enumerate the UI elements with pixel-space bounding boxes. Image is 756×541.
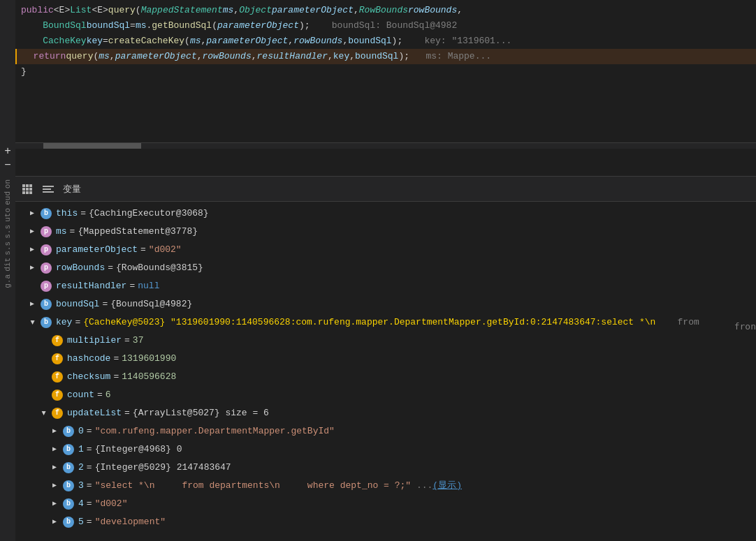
badge-ul0: b xyxy=(63,426,74,437)
sidebar-label-ss2: s.s xyxy=(3,242,12,255)
badge-ul4: b xyxy=(63,498,74,510)
list-view-icon[interactable] xyxy=(42,184,54,194)
code-line-4: return query ( ms , parameterObject , ro… xyxy=(15,49,756,64)
badge-key: b xyxy=(41,317,52,328)
expand-arrow-ms[interactable]: ▶ xyxy=(27,226,38,237)
show-link-ul3[interactable]: (显示) xyxy=(432,478,462,494)
sidebar-label-eud: eud xyxy=(3,191,12,205)
badge-parameterobject: p xyxy=(41,244,52,255)
grid-view-icon[interactable] xyxy=(21,184,34,194)
badge-boundsql: b xyxy=(41,299,52,310)
expand-arrow-key[interactable]: ▶ xyxy=(27,317,38,328)
variables-panel: 变量 ▶ b this = {CachingExecutor@3068} ▶ p… xyxy=(15,177,756,540)
code-line-2: BoundSql boundSql = ms . getBoundSql ( p… xyxy=(15,18,756,34)
code-line-3: CacheKey key = createCacheKey ( ms , par… xyxy=(15,34,756,49)
var-key-count[interactable]: f count = 6 xyxy=(15,386,756,404)
fron-text: fron xyxy=(734,321,756,332)
var-updatelist-0[interactable]: ▶ b 0 = "com.rufeng.mapper.DepartmentMap… xyxy=(15,422,756,440)
var-updatelist-3[interactable]: ▶ b 3 = "select *\n from departments\n w… xyxy=(15,477,756,495)
expand-arrow-this[interactable]: ▶ xyxy=(27,208,38,219)
badge-this: b xyxy=(41,208,52,219)
var-rowbounds[interactable]: ▶ p rowBounds = {RowBounds@3815} xyxy=(15,259,756,277)
var-updatelist-2[interactable]: ▶ b 2 = {Integer@5029} 2147483647 xyxy=(15,459,756,477)
expand-arrow-updatelist[interactable]: ▶ xyxy=(38,408,49,419)
badge-ul3: b xyxy=(63,480,74,491)
expand-arrow-boundsql[interactable]: ▶ xyxy=(27,299,38,310)
code-line-5: } xyxy=(15,64,756,80)
badge-count: f xyxy=(52,390,63,401)
var-updatelist-5[interactable]: ▶ b 5 = "development" xyxy=(15,513,756,531)
panel-toolbar: 变量 xyxy=(15,177,756,202)
code-line-1: public <E> List <E> query ( MappedStatem… xyxy=(15,3,756,18)
var-key[interactable]: ▶ b key = {CacheKey@5023} "1319601990:11… xyxy=(15,313,756,332)
var-key-updatelist[interactable]: ▶ f updateList = {ArrayList@5027} size =… xyxy=(15,404,756,422)
expand-arrow-ul0[interactable]: ▶ xyxy=(49,426,60,437)
expand-arrow-ul2[interactable]: ▶ xyxy=(49,462,60,473)
expand-arrow-ul3[interactable]: ▶ xyxy=(49,480,60,491)
var-ms[interactable]: ▶ p ms = {MappedStatement@3778} xyxy=(15,223,756,241)
sidebar-label-ga: g.a xyxy=(3,274,12,288)
expand-arrow-ul1[interactable]: ▶ xyxy=(49,444,60,455)
badge-resulthandler: p xyxy=(41,281,52,292)
badge-updatelist: f xyxy=(52,408,63,419)
code-panel: public <E> List <E> query ( MappedStatem… xyxy=(15,0,756,143)
sidebar-add-button[interactable]: + xyxy=(4,146,11,157)
expand-arrow-rowbounds[interactable]: ▶ xyxy=(27,262,38,274)
var-key-multiplier[interactable]: f multiplier = 37 xyxy=(15,332,756,350)
expand-arrow-ul5[interactable]: ▶ xyxy=(49,517,60,528)
badge-rowbounds: p xyxy=(41,262,52,274)
badge-hashcode: f xyxy=(52,353,63,364)
badge-ul5: b xyxy=(63,517,74,528)
scrollbar-thumb[interactable] xyxy=(43,143,141,149)
badge-ul2: b xyxy=(63,462,74,473)
sidebar-minus-button[interactable]: − xyxy=(4,160,11,171)
horizontal-scrollbar[interactable] xyxy=(15,143,756,149)
blank-divider xyxy=(15,149,756,177)
badge-checksum: f xyxy=(52,371,63,383)
panel-title: 变量 xyxy=(63,183,81,195)
badge-multiplier: f xyxy=(52,335,63,346)
variables-list: ▶ b this = {CachingExecutor@3068} ▶ p ms… xyxy=(15,202,756,540)
sidebar-label-ss1: s.s xyxy=(3,225,12,239)
var-boundsql[interactable]: ▶ b boundSql = {BoundSql@4982} xyxy=(15,295,756,313)
sidebar-label-dit: dit xyxy=(3,258,12,272)
var-key-hashcode[interactable]: f hashcode = 1319601990 xyxy=(15,350,756,368)
expand-arrow-ul4[interactable]: ▶ xyxy=(49,498,60,510)
var-resulthandler[interactable]: p resultHandler = null xyxy=(15,277,756,295)
sidebar-label-uto: uto xyxy=(3,208,12,222)
var-updatelist-1[interactable]: ▶ b 1 = {Integer@4968} 0 xyxy=(15,440,756,459)
var-key-checksum[interactable]: f checksum = 1140596628 xyxy=(15,368,756,386)
badge-ul1: b xyxy=(63,444,74,455)
badge-ms: p xyxy=(41,226,52,237)
expand-arrow-parameterobject[interactable]: ▶ xyxy=(27,244,38,255)
var-updatelist-4[interactable]: ▶ b 4 = "d002" xyxy=(15,495,756,513)
var-parameterobject[interactable]: ▶ p parameterObject = "d002" xyxy=(15,241,756,259)
sidebar-label-on: on xyxy=(3,179,12,188)
var-this[interactable]: ▶ b this = {CachingExecutor@3068} xyxy=(15,205,756,223)
